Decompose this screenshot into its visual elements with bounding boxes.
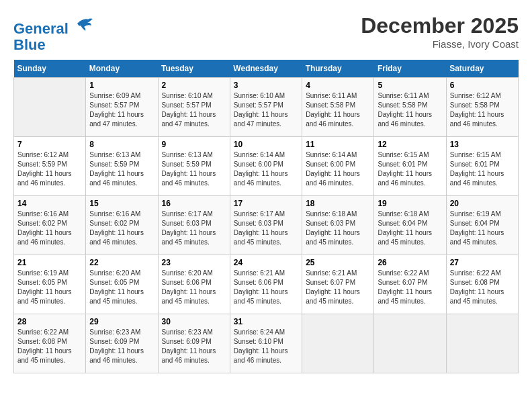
calendar-cell: 29Sunrise: 6:23 AM Sunset: 6:09 PM Dayli… [86,314,158,373]
calendar-cell: 16Sunrise: 6:17 AM Sunset: 6:03 PM Dayli… [158,196,230,255]
day-number: 21 [17,258,82,267]
day-info: Sunrise: 6:20 AM Sunset: 6:06 PM Dayligh… [162,269,226,306]
calendar-cell: 7Sunrise: 6:12 AM Sunset: 5:59 PM Daylig… [14,137,86,196]
day-number: 2 [162,81,226,90]
day-number: 13 [450,140,515,149]
day-number: 28 [17,317,82,326]
day-info: Sunrise: 6:12 AM Sunset: 5:59 PM Dayligh… [17,150,82,188]
day-number: 16 [162,199,226,208]
day-number: 19 [378,199,442,208]
day-info: Sunrise: 6:15 AM Sunset: 6:01 PM Dayligh… [378,150,442,188]
logo-blue: Blue [13,36,46,53]
calendar-week-2: 7Sunrise: 6:12 AM Sunset: 5:59 PM Daylig… [14,137,519,196]
day-number: 27 [450,258,515,267]
day-number: 6 [450,81,515,90]
calendar-cell: 26Sunrise: 6:22 AM Sunset: 6:07 PM Dayli… [374,255,446,314]
calendar-cell: 18Sunrise: 6:18 AM Sunset: 6:03 PM Dayli… [302,196,374,255]
day-info: Sunrise: 6:22 AM Sunset: 6:08 PM Dayligh… [450,269,515,306]
day-number: 7 [17,140,82,149]
calendar-cell: 5Sunrise: 6:11 AM Sunset: 5:58 PM Daylig… [374,78,446,137]
calendar-cell: 31Sunrise: 6:24 AM Sunset: 6:10 PM Dayli… [230,314,302,373]
day-number: 1 [89,81,154,90]
calendar-cell: 23Sunrise: 6:20 AM Sunset: 6:06 PM Dayli… [158,255,230,314]
day-info: Sunrise: 6:23 AM Sunset: 6:09 PM Dayligh… [89,328,154,365]
day-number: 22 [89,258,154,267]
day-info: Sunrise: 6:21 AM Sunset: 6:07 PM Dayligh… [306,269,370,306]
page-header: General Blue December 2025 Fiasse, Ivory… [13,13,519,53]
day-number: 12 [378,140,442,149]
day-info: Sunrise: 6:14 AM Sunset: 6:00 PM Dayligh… [306,150,370,188]
day-number: 4 [306,81,370,90]
day-number: 3 [234,81,298,90]
day-header-monday: Monday [86,60,158,78]
calendar-cell: 1Sunrise: 6:09 AM Sunset: 5:57 PM Daylig… [86,78,158,137]
calendar-body: 1Sunrise: 6:09 AM Sunset: 5:57 PM Daylig… [14,78,519,373]
calendar-cell: 12Sunrise: 6:15 AM Sunset: 6:01 PM Dayli… [374,137,446,196]
calendar-cell: 2Sunrise: 6:10 AM Sunset: 5:57 PM Daylig… [158,78,230,137]
day-number: 14 [17,199,82,208]
calendar-cell: 24Sunrise: 6:21 AM Sunset: 6:06 PM Dayli… [230,255,302,314]
calendar-week-1: 1Sunrise: 6:09 AM Sunset: 5:57 PM Daylig… [14,78,519,137]
day-number: 15 [89,199,154,208]
day-header-saturday: Saturday [446,60,518,78]
day-info: Sunrise: 6:15 AM Sunset: 6:01 PM Dayligh… [450,150,515,188]
day-header-thursday: Thursday [302,60,374,78]
day-header-tuesday: Tuesday [158,60,230,78]
calendar-week-5: 28Sunrise: 6:22 AM Sunset: 6:08 PM Dayli… [14,314,519,373]
calendar-cell: 6Sunrise: 6:12 AM Sunset: 5:58 PM Daylig… [446,78,518,137]
location: Fiasse, Ivory Coast [361,38,519,50]
day-number: 10 [234,140,298,149]
calendar-cell: 13Sunrise: 6:15 AM Sunset: 6:01 PM Dayli… [446,137,518,196]
day-number: 5 [378,81,442,90]
day-header-friday: Friday [374,60,446,78]
day-number: 30 [162,317,226,326]
title-block: December 2025 Fiasse, Ivory Coast [361,13,519,50]
day-info: Sunrise: 6:11 AM Sunset: 5:58 PM Dayligh… [378,91,442,129]
day-info: Sunrise: 6:17 AM Sunset: 6:03 PM Dayligh… [234,210,298,247]
calendar-header-row: SundayMondayTuesdayWednesdayThursdayFrid… [14,60,519,78]
calendar-week-4: 21Sunrise: 6:19 AM Sunset: 6:05 PM Dayli… [14,255,519,314]
calendar-cell: 8Sunrise: 6:13 AM Sunset: 5:59 PM Daylig… [86,137,158,196]
day-number: 31 [234,317,298,326]
day-info: Sunrise: 6:16 AM Sunset: 6:02 PM Dayligh… [89,210,154,247]
day-number: 20 [450,199,515,208]
day-info: Sunrise: 6:22 AM Sunset: 6:08 PM Dayligh… [17,328,82,365]
day-info: Sunrise: 6:19 AM Sunset: 6:05 PM Dayligh… [17,269,82,306]
day-info: Sunrise: 6:10 AM Sunset: 5:57 PM Dayligh… [162,91,226,129]
day-info: Sunrise: 6:23 AM Sunset: 6:09 PM Dayligh… [162,328,226,365]
day-number: 25 [306,258,370,267]
day-info: Sunrise: 6:16 AM Sunset: 6:02 PM Dayligh… [17,210,82,247]
day-info: Sunrise: 6:12 AM Sunset: 5:58 PM Dayligh… [450,91,515,129]
calendar-cell: 3Sunrise: 6:10 AM Sunset: 5:57 PM Daylig… [230,78,302,137]
month-title: December 2025 [361,13,519,38]
day-number: 18 [306,199,370,208]
calendar-cell: 25Sunrise: 6:21 AM Sunset: 6:07 PM Dayli… [302,255,374,314]
calendar-cell: 11Sunrise: 6:14 AM Sunset: 6:00 PM Dayli… [302,137,374,196]
calendar-cell: 10Sunrise: 6:14 AM Sunset: 6:00 PM Dayli… [230,137,302,196]
day-info: Sunrise: 6:17 AM Sunset: 6:03 PM Dayligh… [162,210,226,247]
day-number: 8 [89,140,154,149]
calendar-cell: 17Sunrise: 6:17 AM Sunset: 6:03 PM Dayli… [230,196,302,255]
logo-general: General [13,20,69,37]
calendar-cell: 19Sunrise: 6:18 AM Sunset: 6:04 PM Dayli… [374,196,446,255]
day-info: Sunrise: 6:24 AM Sunset: 6:10 PM Dayligh… [234,328,298,365]
day-number: 17 [234,199,298,208]
day-number: 23 [162,258,226,267]
day-number: 24 [234,258,298,267]
calendar-cell: 28Sunrise: 6:22 AM Sunset: 6:08 PM Dayli… [14,314,86,373]
day-header-sunday: Sunday [14,60,86,78]
day-info: Sunrise: 6:22 AM Sunset: 6:07 PM Dayligh… [378,269,442,306]
day-info: Sunrise: 6:13 AM Sunset: 5:59 PM Dayligh… [89,150,154,188]
day-info: Sunrise: 6:20 AM Sunset: 6:05 PM Dayligh… [89,269,154,306]
calendar-week-3: 14Sunrise: 6:16 AM Sunset: 6:02 PM Dayli… [14,196,519,255]
day-number: 29 [89,317,154,326]
calendar-table: SundayMondayTuesdayWednesdayThursdayFrid… [13,60,519,373]
day-info: Sunrise: 6:11 AM Sunset: 5:58 PM Dayligh… [306,91,370,129]
day-info: Sunrise: 6:18 AM Sunset: 6:04 PM Dayligh… [378,210,442,247]
day-info: Sunrise: 6:14 AM Sunset: 6:00 PM Dayligh… [234,150,298,188]
calendar-cell: 30Sunrise: 6:23 AM Sunset: 6:09 PM Dayli… [158,314,230,373]
day-number: 9 [162,140,226,149]
calendar-cell: 4Sunrise: 6:11 AM Sunset: 5:58 PM Daylig… [302,78,374,137]
day-info: Sunrise: 6:09 AM Sunset: 5:57 PM Dayligh… [89,91,154,129]
calendar-cell: 21Sunrise: 6:19 AM Sunset: 6:05 PM Dayli… [14,255,86,314]
